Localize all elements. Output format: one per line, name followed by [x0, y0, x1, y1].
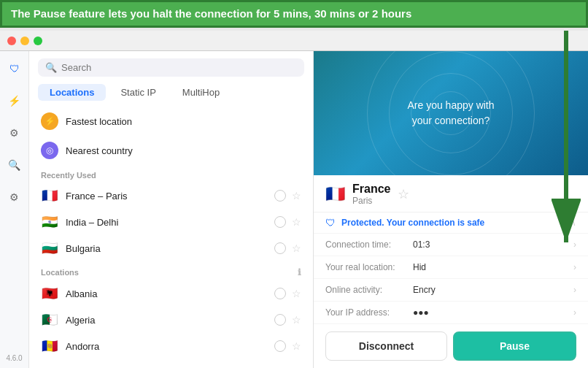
connection-time-value: 01:3 [413, 239, 573, 250]
albania-label: Albania [66, 288, 267, 299]
location-list: ⚡ Fastest location ◎ Nearest country Rec… [29, 104, 313, 368]
country-flag: 🇫🇷 [325, 185, 345, 204]
version-label: 4.6.0 [6, 354, 22, 362]
connection-time-label: Connection time: [325, 239, 413, 250]
fastest-location-label: Fastest location [66, 116, 132, 127]
list-item[interactable]: 🇦🇱 Albania ☆ [29, 280, 313, 307]
france-radio[interactable] [274, 190, 286, 202]
country-name: France [352, 183, 390, 196]
albania-actions: ☆ [274, 288, 301, 299]
sidebar-bolt-icon[interactable]: ⚡ [4, 91, 25, 111]
status-text: Protected. Your connection is safe [341, 218, 564, 228]
online-activity-label: Online activity: [325, 285, 413, 295]
recently-used-header: Recently Used [29, 165, 313, 183]
algeria-flag: 🇩🇿 [41, 312, 58, 328]
right-panel: Are you happy with your connection? 🇫🇷 F… [314, 51, 588, 368]
ip-address-label: Your IP address: [325, 307, 413, 318]
lightning-icon: ⚡ [41, 112, 58, 130]
albania-flag: 🇦🇱 [41, 285, 58, 302]
real-location-chevron-icon: › [573, 262, 576, 272]
india-delhi-label: India – Delhi [66, 217, 267, 228]
map-question-line2: your connection? [407, 113, 494, 129]
list-item[interactable]: 🇩🇿 Algeria ☆ [29, 307, 313, 333]
list-item[interactable]: 🇮🇳 India – Delhi ☆ [29, 209, 313, 235]
sidebar-settings2-icon[interactable]: ⚙ [4, 187, 25, 207]
nearest-country-label: Nearest country [66, 145, 133, 156]
banner-text: The Pause feature lets you halt the conn… [11, 7, 411, 20]
andorra-actions: ☆ [274, 340, 301, 352]
albania-star-icon[interactable]: ☆ [292, 288, 301, 299]
bulgaria-radio[interactable] [274, 242, 286, 254]
andorra-star-icon[interactable]: ☆ [292, 340, 301, 352]
map-text: Are you happy with your connection? [407, 98, 494, 129]
map-area: Are you happy with your connection? [314, 51, 588, 175]
shield-status-icon: 🛡 [325, 217, 336, 229]
sidebar-shield-icon[interactable]: 🛡 [4, 58, 25, 79]
status-chevron-icon: ∧ [570, 218, 576, 228]
algeria-radio[interactable] [274, 314, 286, 326]
close-button[interactable] [7, 37, 16, 45]
algeria-star-icon[interactable]: ☆ [292, 314, 301, 326]
search-input[interactable] [61, 62, 297, 73]
real-location-label: Your real location: [325, 262, 413, 272]
connection-info: 🇫🇷 France Paris ☆ [314, 175, 588, 212]
bulgaria-star-icon[interactable]: ☆ [292, 242, 301, 254]
france-star-icon[interactable]: ☆ [292, 190, 301, 202]
bulgaria-label: Bulgaria [66, 243, 267, 254]
fastest-location-item[interactable]: ⚡ Fastest location [29, 107, 313, 136]
algeria-label: Algeria [66, 315, 267, 326]
andorra-label: Andorra [66, 341, 267, 352]
tab-locations[interactable]: Locations [38, 84, 106, 101]
india-flag: 🇮🇳 [41, 214, 58, 230]
locations-info-icon[interactable]: ℹ [298, 267, 301, 277]
stat-row-connection-time[interactable]: Connection time: 01:3 › [314, 234, 588, 256]
window-chrome [0, 31, 588, 51]
tabs-row: Locations Static IP MultiHop [29, 81, 313, 104]
online-activity-chevron-icon: › [573, 285, 576, 295]
action-buttons: Disconnect Pause [314, 324, 588, 368]
andorra-flag: 🇦🇩 [41, 338, 58, 354]
ip-address-chevron-icon: › [573, 307, 576, 318]
target-icon: ◎ [41, 142, 58, 159]
disconnect-button[interactable]: Disconnect [325, 331, 447, 361]
nearest-country-item[interactable]: ◎ Nearest country [29, 136, 313, 165]
bulgaria-actions: ☆ [274, 242, 301, 254]
sidebar: 🛡 ⚡ ⚙ 🔍 ⚙ 4.6.0 [0, 51, 29, 368]
india-radio[interactable] [274, 216, 286, 228]
favorite-star-icon[interactable]: ☆ [398, 186, 409, 202]
country-row: 🇫🇷 France Paris ☆ [325, 183, 576, 206]
search-bar: 🔍 [29, 51, 313, 81]
connection-time-chevron-icon: › [573, 239, 576, 250]
list-item[interactable]: 🇧🇬 Bulgaria ☆ [29, 235, 313, 261]
sidebar-search-icon[interactable]: 🔍 [4, 155, 25, 175]
tab-multihop[interactable]: MultiHop [171, 84, 231, 101]
search-input-wrap[interactable]: 🔍 [38, 58, 304, 77]
andorra-radio[interactable] [274, 340, 286, 352]
country-city: Paris [352, 196, 390, 206]
stat-row-real-location[interactable]: Your real location: Hid › [314, 256, 588, 279]
maximize-button[interactable] [34, 37, 42, 45]
sidebar-settings-icon[interactable]: ⚙ [4, 123, 25, 143]
tab-static-ip[interactable]: Static IP [109, 84, 167, 101]
france-actions: ☆ [274, 190, 301, 202]
real-location-value: Hid [413, 262, 573, 272]
france-paris-label: France – Paris [66, 191, 267, 202]
france-flag: 🇫🇷 [41, 188, 58, 204]
locations-header: Locations ℹ [29, 261, 313, 280]
albania-radio[interactable] [274, 288, 286, 299]
india-actions: ☆ [274, 216, 301, 228]
country-details: France Paris [352, 183, 390, 206]
minimize-button[interactable] [20, 37, 29, 45]
stat-row-ip-address[interactable]: Your IP address: ●●● › [314, 302, 588, 324]
stat-row-online-activity[interactable]: Online activity: Encry › [314, 279, 588, 302]
ip-address-value: ●●● [413, 307, 573, 318]
bulgaria-flag: 🇧🇬 [41, 240, 58, 256]
search-magnifier-icon: 🔍 [45, 62, 57, 73]
annotation-banner: The Pause feature lets you halt the conn… [0, 0, 588, 28]
status-row[interactable]: 🛡 Protected. Your connection is safe ∧ [314, 212, 588, 234]
list-item[interactable]: 🇦🇩 Andorra ☆ [29, 333, 313, 359]
map-question-line1: Are you happy with [407, 98, 494, 113]
india-star-icon[interactable]: ☆ [292, 216, 301, 228]
list-item[interactable]: 🇫🇷 France – Paris ☆ [29, 183, 313, 209]
pause-button[interactable]: Pause [453, 331, 576, 361]
